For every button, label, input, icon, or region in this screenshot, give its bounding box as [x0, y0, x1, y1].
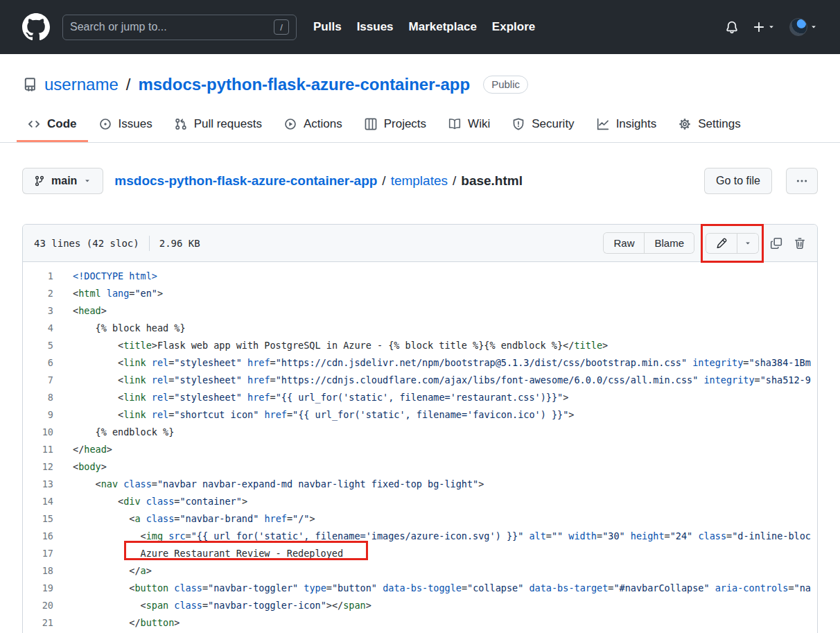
line-number[interactable]: 4 [23, 320, 53, 337]
tab-settings[interactable]: Settings [667, 108, 751, 142]
top-nav: PullsIssuesMarketplaceExplore [313, 20, 535, 34]
edit-button-group [706, 233, 759, 254]
code-line: 14 <div class="container"> [23, 493, 817, 510]
line-number[interactable]: 2 [23, 285, 53, 302]
edit-file-button[interactable] [706, 234, 737, 253]
line-number[interactable]: 20 [23, 597, 53, 614]
branch-selector[interactable]: main [22, 168, 103, 194]
top-nav-explore[interactable]: Explore [492, 20, 535, 34]
line-content: <title>Flask web app with PostgreSQL in … [53, 337, 817, 354]
git-branch-icon [34, 175, 45, 187]
line-content: {% endblock %} [53, 424, 817, 441]
profile-menu-button[interactable] [789, 18, 818, 36]
raw-button[interactable]: Raw [604, 233, 645, 253]
code-line: 12<body> [23, 458, 817, 476]
settings-icon [679, 118, 691, 130]
line-content: <link rel="stylesheet" href="https://cdn… [53, 372, 817, 389]
code-line: 5 <title>Flask web app with PostgreSQL i… [23, 337, 817, 354]
file-lines-info: 43 lines (42 sloc) [34, 238, 139, 249]
visibility-badge: Public [483, 76, 528, 94]
code-line: 8 <link rel="stylesheet" href="{{ url_fo… [23, 389, 817, 406]
caret-down-icon [767, 23, 776, 31]
line-content: <img src="{{ url_for('static', filename=… [53, 528, 817, 545]
line-number[interactable]: 15 [23, 510, 53, 528]
code-line: 7 <link rel="stylesheet" href="https://c… [23, 372, 817, 389]
line-number[interactable]: 8 [23, 389, 53, 406]
line-content: <link rel="stylesheet" href="https://cdn… [53, 354, 817, 372]
more-options-button[interactable] [786, 168, 818, 194]
line-content: <body> [53, 458, 817, 476]
tab-wiki[interactable]: Wiki [437, 108, 501, 142]
search-input[interactable]: Search or jump to... / [62, 15, 297, 40]
actions-icon [284, 118, 297, 130]
line-number[interactable]: 19 [23, 580, 53, 597]
line-number[interactable]: 9 [23, 406, 53, 424]
code-line: 18 </a> [23, 562, 817, 580]
file-header: 43 lines (42 sloc) 2.96 KB Raw Blame [23, 225, 817, 262]
line-number[interactable]: 11 [23, 441, 53, 458]
code-line: 11</head> [23, 441, 817, 458]
plus-icon [753, 21, 765, 33]
breadcrumb: msdocs-python-flask-azure-container-app/… [114, 173, 523, 189]
tab-insights[interactable]: Insights [586, 108, 668, 142]
search-placeholder: Search or jump to... [70, 21, 268, 33]
line-content: <span class="navbar-toggler-icon"></span… [53, 597, 817, 614]
top-nav-marketplace[interactable]: Marketplace [409, 20, 477, 34]
tab-label: Insights [616, 117, 657, 131]
code-line: 3<head> [23, 302, 817, 320]
line-number[interactable]: 21 [23, 614, 53, 632]
github-file-page: Search or jump to... / PullsIssuesMarket… [0, 0, 840, 633]
line-number[interactable]: 1 [23, 268, 53, 285]
line-content: <link rel="stylesheet" href="{{ url_for(… [53, 389, 817, 406]
tab-pull-requests[interactable]: Pull requests [164, 108, 273, 142]
go-to-file-button[interactable]: Go to file [704, 168, 772, 194]
line-number[interactable]: 17 [23, 545, 53, 562]
edit-dropdown-button[interactable] [737, 234, 758, 253]
code-line: 19 <button class="navbar-toggler" type="… [23, 580, 817, 597]
projects-icon [365, 118, 377, 130]
line-number[interactable]: 10 [23, 424, 53, 441]
blame-button[interactable]: Blame [645, 233, 694, 253]
line-number[interactable]: 18 [23, 562, 53, 580]
caret-down-icon [83, 177, 91, 185]
line-number[interactable]: 13 [23, 476, 53, 493]
repo-header: username / msdocs-python-flask-azure-con… [0, 54, 840, 143]
line-content: <link rel="shortcut icon" href="{{ url_f… [53, 406, 817, 424]
line-number[interactable]: 5 [23, 337, 53, 354]
line-number[interactable]: 14 [23, 493, 53, 510]
line-number[interactable]: 3 [23, 302, 53, 320]
tab-issues[interactable]: Issues [88, 108, 164, 142]
header-actions [725, 18, 818, 36]
tab-security[interactable]: Security [501, 108, 585, 142]
delete-file-button[interactable] [794, 237, 806, 250]
notifications-button[interactable] [725, 20, 739, 34]
tab-code[interactable]: Code [17, 108, 88, 142]
breadcrumb-repo-msdocs-python-flask-azure-container-app[interactable]: msdocs-python-flask-azure-container-app [114, 173, 377, 189]
line-content: </button> [53, 614, 817, 632]
pull-requests-icon [175, 118, 187, 130]
code-view: 1<!DOCTYPE html>2<html lang="en">3<head>… [23, 262, 817, 633]
github-logo-icon[interactable] [22, 13, 50, 41]
top-nav-issues[interactable]: Issues [357, 20, 394, 34]
line-number[interactable]: 7 [23, 372, 53, 389]
tab-actions[interactable]: Actions [273, 108, 353, 142]
line-number[interactable]: 12 [23, 458, 53, 476]
repo-name-link[interactable]: msdocs-python-flask-azure-container-app [138, 75, 470, 94]
caret-down-icon [744, 239, 752, 248]
line-content: Azure Restaurant Review - Redeployed [53, 545, 817, 562]
line-number[interactable]: 6 [23, 354, 53, 372]
security-icon [512, 118, 525, 130]
top-nav-pulls[interactable]: Pulls [313, 20, 342, 34]
issues-icon [99, 118, 112, 130]
file-viewer: 43 lines (42 sloc) 2.96 KB Raw Blame [22, 224, 818, 633]
create-new-button[interactable] [753, 21, 776, 33]
code-line: 17 Azure Restaurant Review - Redeployed [23, 545, 817, 562]
tab-projects[interactable]: Projects [353, 108, 437, 142]
breadcrumb-dir-templates[interactable]: templates [391, 173, 448, 189]
tab-label: Pull requests [194, 117, 262, 131]
line-number[interactable]: 16 [23, 528, 53, 545]
copy-raw-button[interactable] [770, 237, 782, 250]
line-content: <nav class="navbar navbar-expand-md navb… [53, 476, 817, 493]
tab-label: Settings [698, 117, 740, 131]
repo-owner-link[interactable]: username [44, 75, 119, 94]
